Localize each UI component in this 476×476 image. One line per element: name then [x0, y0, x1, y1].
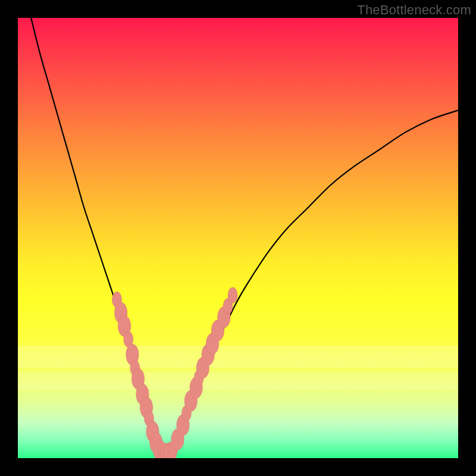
- curve-markers: [112, 287, 238, 458]
- watermark-text: TheBottleneck.com: [357, 2, 471, 18]
- chart-frame: TheBottleneck.com: [0, 0, 476, 476]
- plot-area: [18, 18, 458, 458]
- bottleneck-curve: [31, 18, 458, 458]
- curve-layer: [18, 18, 458, 458]
- curve-marker: [228, 287, 237, 303]
